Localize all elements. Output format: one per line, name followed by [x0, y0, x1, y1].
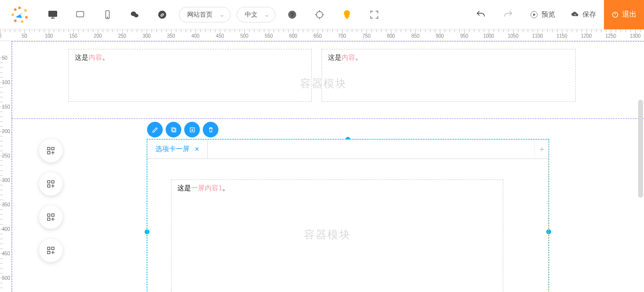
- svg-point-4: [14, 19, 17, 22]
- language-select-label: 中文: [245, 10, 258, 19]
- svg-rect-30: [52, 247, 54, 249]
- preview-button[interactable]: 预览: [522, 0, 563, 29]
- text: 这是: [75, 53, 88, 61]
- device-tablet-icon[interactable]: [66, 0, 94, 29]
- text-highlight: 内容: [342, 53, 355, 61]
- svg-point-13: [158, 10, 167, 19]
- chevron-down-icon: [219, 12, 224, 17]
- svg-point-0: [18, 6, 21, 9]
- undo-icon[interactable]: [467, 0, 494, 29]
- container-block-right[interactable]: 这是内容。: [322, 49, 576, 102]
- app-logo: [0, 0, 39, 29]
- svg-rect-17: [346, 17, 348, 18]
- svg-point-3: [21, 20, 23, 22]
- delete-action[interactable]: [203, 122, 218, 137]
- text: 。: [355, 53, 362, 61]
- target-icon[interactable]: [306, 0, 333, 29]
- svg-rect-28: [47, 218, 50, 221]
- add-widget-button-2[interactable]: [39, 172, 63, 196]
- text-highlight: 内容: [88, 53, 102, 61]
- edit-action[interactable]: [147, 122, 163, 137]
- miniprogram-icon[interactable]: [149, 0, 176, 29]
- svg-rect-20: [47, 147, 50, 150]
- svg-text:?: ?: [291, 11, 294, 17]
- language-select[interactable]: 中文: [236, 7, 276, 22]
- selection-action-bar: [147, 122, 218, 137]
- text-highlight: 一屏内容1: [191, 184, 222, 192]
- svg-rect-22: [47, 152, 50, 154]
- svg-rect-29: [47, 247, 50, 249]
- tab-bar: 选项卡一屏 ✕ ＋: [147, 139, 549, 159]
- add-widget-button-4[interactable]: [39, 239, 63, 262]
- svg-rect-7: [49, 11, 57, 16]
- add-widget-button-1[interactable]: [39, 139, 63, 162]
- horizontal-ruler: 0501001502002503003504004505005506006507…: [0, 29, 644, 41]
- container-block-left[interactable]: 这是内容。: [68, 49, 312, 102]
- svg-rect-31: [47, 251, 50, 254]
- vertical-scrollbar[interactable]: [638, 100, 643, 198]
- fullscreen-icon[interactable]: [361, 0, 388, 29]
- svg-rect-33: [172, 128, 175, 131]
- page-select-label: 网站首页: [187, 10, 213, 19]
- tab-close-icon[interactable]: ✕: [194, 146, 199, 153]
- tab-item[interactable]: 选项卡一屏 ✕: [148, 140, 208, 158]
- guide-line: [12, 41, 644, 42]
- chevron-down-icon: [264, 12, 269, 17]
- copy-action[interactable]: [166, 122, 181, 137]
- wechat-icon[interactable]: [121, 0, 149, 29]
- svg-point-5: [11, 13, 14, 16]
- svg-point-6: [14, 8, 17, 10]
- add-widget-button-3[interactable]: [39, 205, 63, 229]
- cloud-save-icon: [571, 10, 580, 19]
- tab-content-area[interactable]: 这是一屏内容1。 容器模块: [147, 159, 549, 292]
- svg-point-12: [134, 14, 138, 17]
- svg-rect-26: [47, 214, 50, 216]
- svg-rect-21: [52, 147, 54, 150]
- exit-label: 退出: [622, 10, 637, 19]
- selected-tab-module[interactable]: 选项卡一屏 ✕ ＋ 这是一屏内容1。 容器模块: [147, 139, 549, 292]
- power-icon: [611, 11, 619, 19]
- device-phone-icon[interactable]: [94, 0, 121, 29]
- svg-point-2: [25, 16, 27, 18]
- top-toolbar: 网站首页 中文 ? 预览 保存 退出: [0, 0, 644, 29]
- svg-point-16: [317, 11, 323, 18]
- svg-rect-8: [77, 11, 84, 17]
- exit-button[interactable]: 退出: [604, 0, 644, 29]
- guide-line: [12, 41, 12, 292]
- lightbulb-icon[interactable]: [333, 0, 361, 29]
- preview-label: 预览: [541, 10, 555, 19]
- svg-rect-27: [52, 214, 54, 216]
- help-icon[interactable]: ?: [279, 0, 306, 29]
- device-desktop-icon[interactable]: [39, 0, 66, 29]
- svg-point-1: [24, 9, 27, 11]
- svg-rect-32: [172, 129, 176, 132]
- svg-rect-25: [47, 185, 50, 187]
- svg-rect-24: [52, 180, 54, 183]
- text: 。: [222, 184, 229, 192]
- text: 。: [102, 53, 109, 61]
- guide-line: [12, 118, 644, 119]
- tab-label: 选项卡一屏: [155, 145, 190, 154]
- text: 这是: [177, 184, 191, 192]
- svg-point-10: [107, 17, 107, 17]
- tab-add-button[interactable]: ＋: [535, 140, 548, 158]
- save-button[interactable]: 保存: [563, 0, 604, 29]
- export-action[interactable]: [184, 122, 200, 137]
- page-select[interactable]: 网站首页: [179, 7, 231, 22]
- play-circle-icon: [530, 10, 538, 19]
- save-label: 保存: [582, 10, 596, 19]
- inner-container[interactable]: 这是一屏内容1。: [171, 180, 503, 292]
- svg-rect-23: [47, 180, 50, 183]
- redo-icon[interactable]: [494, 0, 522, 29]
- text: 这是: [328, 53, 342, 61]
- design-canvas[interactable]: 这是内容。 这是内容。 容器模块 选项卡一屏 ✕ ＋ 这是一屏内容1。: [12, 41, 644, 292]
- vertical-ruler: 50100150200250300350400450500550: [0, 41, 12, 292]
